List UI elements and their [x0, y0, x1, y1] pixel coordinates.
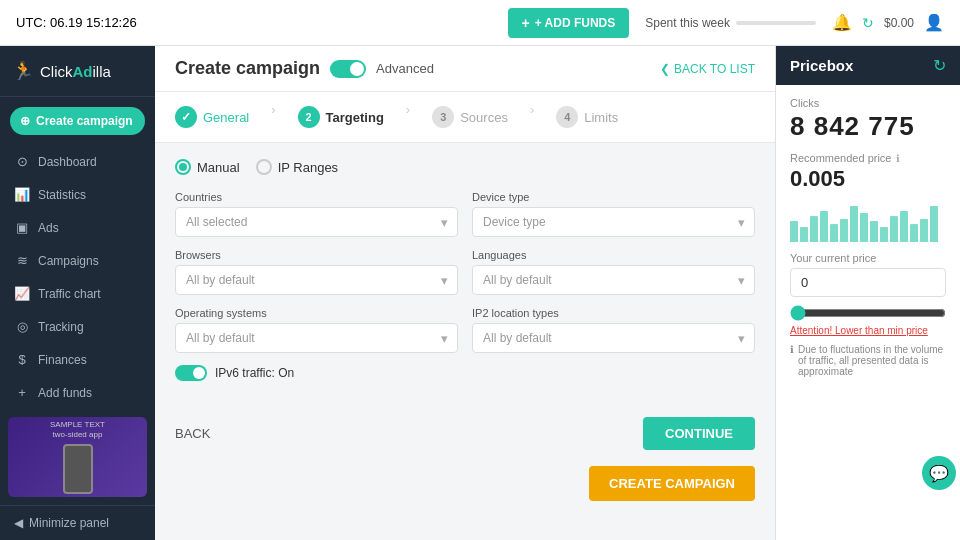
price-chart-bars — [790, 202, 946, 242]
browsers-select[interactable]: All by default — [175, 265, 458, 295]
device-type-select[interactable]: Device type — [472, 207, 755, 237]
ipv6-label: IPv6 traffic: On — [215, 366, 294, 380]
chart-bar — [870, 221, 878, 242]
page-title: Create campaign — [175, 58, 320, 79]
sidebar-item-traffic-chart[interactable]: 📈 Traffic chart — [0, 277, 155, 310]
price-warning[interactable]: Attention! Lower than min price — [790, 325, 946, 336]
form-row-3: Operating systems All by default IP2 loc… — [175, 307, 755, 353]
chart-bar — [880, 227, 888, 242]
sidebar-item-statistics[interactable]: 📊 Statistics — [0, 178, 155, 211]
chart-bar — [800, 227, 808, 242]
sidebar-item-dashboard[interactable]: ⊙ Dashboard — [0, 145, 155, 178]
targeting-type-radio: Manual IP Ranges — [175, 159, 755, 175]
continue-button[interactable]: CONTINUE — [643, 417, 755, 450]
main-content: Create campaign Advanced ❮ BACK TO LIST … — [155, 46, 775, 540]
sidebar-preview: SAMPLE TEXTtwo-sided app — [8, 417, 147, 497]
sidebar-item-label: Campaigns — [38, 254, 99, 268]
chart-bar — [900, 211, 908, 242]
chevron-left-icon: ❮ — [660, 62, 670, 76]
chart-bar — [840, 219, 848, 242]
price-input[interactable] — [790, 268, 946, 297]
refresh-icon[interactable]: ↻ — [862, 15, 874, 31]
sidebar-item-tracking[interactable]: ◎ Tracking — [0, 310, 155, 343]
price-slider[interactable] — [790, 305, 946, 321]
ip2-select[interactable]: All by default — [472, 323, 755, 353]
add-funds-icon: + — [14, 385, 30, 400]
form-actions: BACK CONTINUE — [155, 417, 775, 466]
ipv6-toggle[interactable] — [175, 365, 207, 381]
step-general-label: General — [203, 110, 249, 125]
sidebar-item-label: Tracking — [38, 320, 84, 334]
add-funds-button[interactable]: + ADD FUNDS — [508, 8, 630, 38]
ip2-label: IP2 location types — [472, 307, 755, 319]
info-icon: ℹ — [790, 344, 794, 355]
spent-bar — [736, 21, 816, 25]
tracking-icon: ◎ — [14, 319, 30, 334]
step-targeting-label: Targeting — [326, 110, 384, 125]
chat-button[interactable]: 💬 — [922, 456, 956, 490]
sidebar: 🏃 ClickAdilla ⊕ Create campaign ⊙ Dashbo… — [0, 46, 155, 540]
back-button[interactable]: BACK — [175, 426, 210, 441]
clicks-label: Clicks — [790, 97, 946, 109]
chart-bar — [910, 224, 918, 243]
chevron-left-icon: ◀ — [14, 516, 23, 530]
user-icon[interactable]: 👤 — [924, 13, 944, 32]
sidebar-item-label: Dashboard — [38, 155, 97, 169]
step-limits[interactable]: 4 Limits — [540, 102, 634, 132]
ads-icon: ▣ — [14, 220, 30, 235]
sidebar-item-label: Traffic chart — [38, 287, 101, 301]
step-limits-label: Limits — [584, 110, 618, 125]
step-sources[interactable]: 3 Sources — [416, 102, 524, 132]
chart-bar — [830, 224, 838, 243]
create-campaign-bottom-button[interactable]: CREATE CAMPAIGN — [589, 466, 755, 501]
countries-select[interactable]: All selected — [175, 207, 458, 237]
form-row-1: Countries All selected Device type Devic… — [175, 191, 755, 237]
form-group-browsers: Browsers All by default — [175, 249, 458, 295]
sidebar-item-add-funds[interactable]: + Add funds — [0, 376, 155, 409]
sidebar-item-label: Finances — [38, 353, 87, 367]
pricebox-refresh-icon[interactable]: ↻ — [933, 56, 946, 75]
campaigns-icon: ≋ — [14, 253, 30, 268]
minimize-panel-button[interactable]: ◀ Minimize panel — [0, 505, 155, 540]
chart-bar — [860, 213, 868, 242]
traffic-chart-icon: 📈 — [14, 286, 30, 301]
languages-select[interactable]: All by default — [472, 265, 755, 295]
sidebar-item-label: Ads — [38, 221, 59, 235]
step-general[interactable]: ✓ General — [175, 102, 265, 132]
chart-bar — [790, 221, 798, 242]
step-targeting[interactable]: 2 Targeting — [282, 102, 400, 132]
chart-bar — [810, 216, 818, 242]
form-group-countries: Countries All selected — [175, 191, 458, 237]
pricebox: Pricebox ↻ Clicks 8 842 775 Recommended … — [775, 46, 960, 540]
advanced-toggle[interactable] — [330, 60, 366, 78]
sidebar-item-label: Add funds — [38, 386, 92, 400]
os-select[interactable]: All by default — [175, 323, 458, 353]
recommended-price-label: Recommended price ℹ — [790, 152, 946, 164]
chart-bar — [930, 206, 938, 242]
price-info: ℹ Due to fluctuations in the volume of t… — [790, 344, 946, 377]
ipv6-row: IPv6 traffic: On — [175, 365, 755, 381]
recommended-price-value: 0.005 — [790, 166, 946, 192]
clicks-value: 8 842 775 — [790, 111, 946, 142]
back-to-list-button[interactable]: ❮ BACK TO LIST — [660, 62, 755, 76]
sidebar-item-ads[interactable]: ▣ Ads — [0, 211, 155, 244]
bottom-actions: CREATE CAMPAIGN — [155, 466, 775, 511]
pricebox-title: Pricebox — [790, 57, 853, 74]
info-icon: ℹ — [896, 153, 900, 164]
create-campaign-sidebar-button[interactable]: ⊕ Create campaign — [10, 107, 145, 135]
sidebar-item-finances[interactable]: $ Finances — [0, 343, 155, 376]
chart-bar — [820, 211, 828, 242]
radio-ip-ranges[interactable]: IP Ranges — [256, 159, 338, 175]
chart-bar — [890, 216, 898, 242]
targeting-form: Manual IP Ranges Countries All selected — [155, 143, 775, 397]
form-group-ip2: IP2 location types All by default — [472, 307, 755, 353]
radio-manual[interactable]: Manual — [175, 159, 240, 175]
balance: $0.00 — [884, 16, 914, 30]
current-price-label: Your current price — [790, 252, 946, 264]
form-group-languages: Languages All by default — [472, 249, 755, 295]
step-sources-label: Sources — [460, 110, 508, 125]
bell-icon[interactable]: 🔔 — [832, 13, 852, 32]
dashboard-icon: ⊙ — [14, 154, 30, 169]
sidebar-item-campaigns[interactable]: ≋ Campaigns — [0, 244, 155, 277]
form-row-2: Browsers All by default Languages All by… — [175, 249, 755, 295]
